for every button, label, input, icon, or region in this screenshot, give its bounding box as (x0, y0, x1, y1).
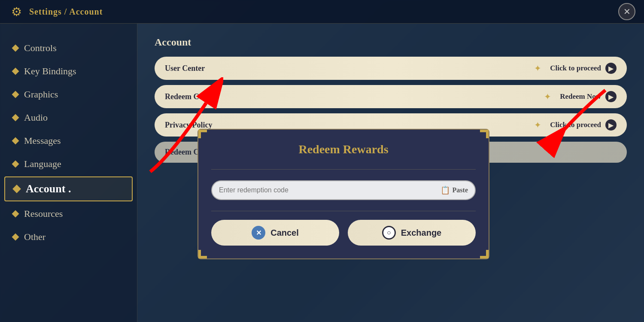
modal-corner-br (480, 250, 489, 258)
cancel-icon: ✕ (252, 226, 265, 240)
user-center-action: Click to proceed (550, 64, 601, 73)
paste-label: Paste (453, 186, 468, 194)
diamond-icon (12, 185, 21, 193)
sidebar-item-label: Controls (24, 43, 57, 54)
redeem-code-label: Redeem Code (165, 92, 535, 101)
sidebar-item-label: Graphics (24, 89, 58, 100)
redeem-code-row[interactable]: Redeem Code ✦ Redeem Now ▶ (155, 85, 627, 108)
exchange-label: Exchange (401, 228, 441, 238)
diamond-icon (12, 91, 19, 98)
privacy-policy-label: Privacy Policy (165, 121, 526, 130)
close-button[interactable]: ✕ (618, 3, 635, 20)
sidebar-item-controls[interactable]: Controls (0, 36, 137, 60)
sidebar-item-messages[interactable]: Messages (0, 129, 137, 152)
exchange-button[interactable]: ○ Exchange (348, 220, 476, 246)
sidebar-item-label: Key Bindings (24, 66, 76, 77)
sidebar-item-key-bindings[interactable]: Key Bindings (0, 60, 137, 83)
modal-corner-tl (198, 130, 207, 138)
sidebar: Controls Key Bindings Graphics Audio Mes… (0, 24, 137, 322)
sidebar-item-label: Audio (24, 112, 48, 123)
modal-divider-top (211, 169, 476, 170)
exchange-icon: ○ (382, 226, 396, 240)
sidebar-item-label: Other (24, 231, 46, 243)
proceed-arrow-icon: ▶ (605, 63, 617, 74)
cancel-label: Cancel (270, 228, 299, 238)
modal-title: Redeem Rewards (211, 143, 476, 156)
redemption-code-input[interactable] (219, 186, 440, 194)
sidebar-item-graphics[interactable]: Graphics (0, 83, 137, 106)
settings-icon: ⚙ (9, 4, 24, 19)
diamond-icon (12, 210, 19, 218)
diamond-icon (12, 45, 19, 52)
privacy-arrow-icon: ▶ (605, 119, 617, 131)
redemption-input-row[interactable]: 📋 Paste (211, 180, 476, 200)
sidebar-item-label: Account . (26, 182, 71, 195)
sidebar-item-resources[interactable]: Resources (0, 202, 137, 225)
sidebar-item-account[interactable]: Account . (4, 176, 133, 201)
redeem-arrow-icon: ▶ (605, 91, 617, 102)
sidebar-item-other[interactable]: Other (0, 225, 137, 249)
star-icon: ✦ (534, 63, 541, 73)
user-center-row[interactable]: User Center ✦ Click to proceed ▶ (155, 57, 627, 80)
privacy-policy-action: Click to proceed (550, 121, 601, 129)
sidebar-item-audio[interactable]: Audio (0, 106, 137, 129)
redeem-modal: Redeem Rewards 📋 Paste ✕ Cancel ○ Exchan… (197, 129, 489, 259)
user-center-label: User Center (165, 64, 526, 73)
modal-buttons: ✕ Cancel ○ Exchange (211, 220, 476, 246)
diamond-icon (12, 161, 19, 168)
redeem-code-action: Redeem Now (560, 92, 601, 101)
modal-corner-bl (198, 250, 207, 258)
star-icon: ✦ (544, 91, 551, 102)
settings-header: ⚙ Settings / Account ✕ (0, 0, 644, 24)
modal-divider-bottom (211, 211, 476, 211)
diamond-icon (12, 68, 19, 75)
cancel-button[interactable]: ✕ Cancel (211, 220, 339, 246)
paste-icon: 📋 (440, 185, 450, 195)
content-title: Account (155, 36, 627, 48)
sidebar-item-label: Language (24, 158, 61, 170)
modal-corner-tr (480, 130, 489, 138)
diamond-icon (12, 234, 19, 241)
diamond-icon (12, 114, 19, 122)
sidebar-item-label: Resources (24, 208, 63, 219)
diamond-icon (12, 137, 19, 145)
paste-button[interactable]: 📋 Paste (440, 185, 468, 195)
sidebar-item-label: Messages (24, 135, 61, 146)
sidebar-item-language[interactable]: Language (0, 152, 137, 176)
star-icon: ✦ (534, 120, 541, 130)
header-title: Settings / Account (29, 7, 103, 17)
